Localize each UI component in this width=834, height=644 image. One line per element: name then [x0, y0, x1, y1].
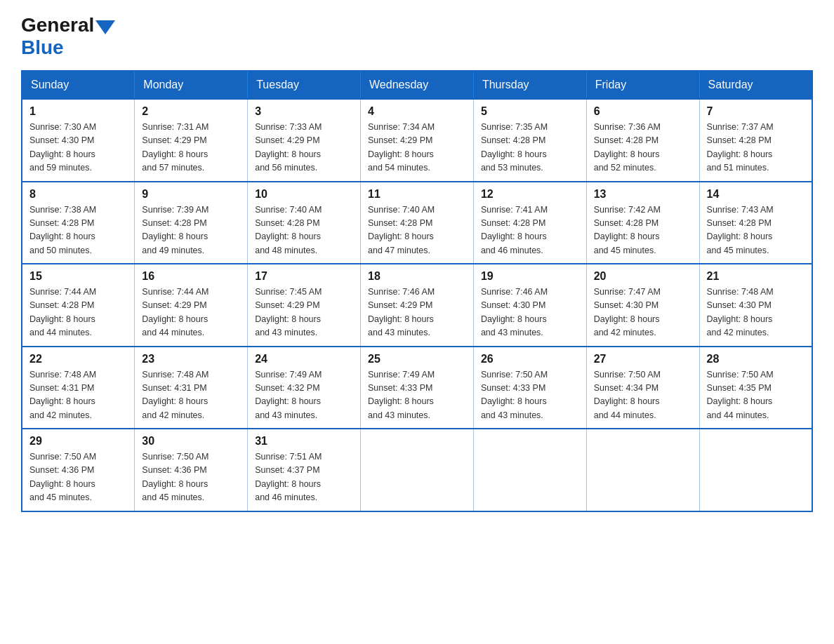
day-number: 31	[255, 435, 353, 448]
page-header: General Blue	[21, 14, 813, 59]
calendar-day-cell: 29 Sunrise: 7:50 AMSunset: 4:36 PMDaylig…	[22, 429, 135, 511]
day-info: Sunrise: 7:48 AMSunset: 4:30 PMDaylight:…	[707, 286, 805, 340]
day-number: 28	[707, 353, 805, 365]
day-info: Sunrise: 7:50 AMSunset: 4:34 PMDaylight:…	[594, 368, 692, 423]
calendar-day-cell	[361, 429, 474, 511]
calendar-day-cell: 28 Sunrise: 7:50 AMSunset: 4:35 PMDaylig…	[699, 347, 812, 429]
day-number: 18	[368, 270, 466, 283]
calendar-day-cell: 13 Sunrise: 7:42 AMSunset: 4:28 PMDaylig…	[586, 182, 699, 264]
day-number: 7	[707, 105, 805, 118]
day-number: 20	[594, 270, 692, 283]
calendar-week-row: 15 Sunrise: 7:44 AMSunset: 4:28 PMDaylig…	[22, 264, 812, 347]
day-of-week-header: Saturday	[699, 71, 812, 99]
day-info: Sunrise: 7:44 AMSunset: 4:28 PMDaylight:…	[29, 286, 127, 340]
logo-general-text: General	[21, 14, 94, 36]
day-of-week-header: Thursday	[473, 71, 586, 99]
day-info: Sunrise: 7:39 AMSunset: 4:28 PMDaylight:…	[142, 203, 240, 258]
day-number: 15	[29, 270, 127, 283]
calendar-day-cell: 4 Sunrise: 7:34 AMSunset: 4:29 PMDayligh…	[361, 99, 474, 182]
day-number: 3	[255, 105, 353, 118]
day-number: 26	[481, 353, 579, 365]
day-info: Sunrise: 7:50 AMSunset: 4:36 PMDaylight:…	[29, 450, 127, 505]
day-info: Sunrise: 7:35 AMSunset: 4:28 PMDaylight:…	[481, 121, 579, 175]
day-number: 9	[142, 188, 240, 201]
day-info: Sunrise: 7:47 AMSunset: 4:30 PMDaylight:…	[594, 286, 692, 340]
calendar-week-row: 1 Sunrise: 7:30 AMSunset: 4:30 PMDayligh…	[22, 99, 812, 182]
day-info: Sunrise: 7:36 AMSunset: 4:28 PMDaylight:…	[594, 121, 692, 175]
day-info: Sunrise: 7:33 AMSunset: 4:29 PMDaylight:…	[255, 121, 353, 175]
day-of-week-header: Friday	[586, 71, 699, 99]
calendar-day-cell: 22 Sunrise: 7:48 AMSunset: 4:31 PMDaylig…	[22, 347, 135, 429]
day-number: 16	[142, 270, 240, 283]
calendar-table: SundayMondayTuesdayWednesdayThursdayFrid…	[21, 70, 813, 512]
day-number: 22	[29, 353, 127, 365]
calendar-day-cell: 15 Sunrise: 7:44 AMSunset: 4:28 PMDaylig…	[22, 264, 135, 347]
day-info: Sunrise: 7:42 AMSunset: 4:28 PMDaylight:…	[594, 203, 692, 258]
day-number: 23	[142, 353, 240, 365]
day-info: Sunrise: 7:40 AMSunset: 4:28 PMDaylight:…	[255, 203, 353, 258]
day-info: Sunrise: 7:46 AMSunset: 4:30 PMDaylight:…	[481, 286, 579, 340]
calendar-day-cell: 30 Sunrise: 7:50 AMSunset: 4:36 PMDaylig…	[135, 429, 248, 511]
calendar-day-cell: 3 Sunrise: 7:33 AMSunset: 4:29 PMDayligh…	[248, 99, 361, 182]
calendar-day-cell: 5 Sunrise: 7:35 AMSunset: 4:28 PMDayligh…	[473, 99, 586, 182]
calendar-day-cell: 6 Sunrise: 7:36 AMSunset: 4:28 PMDayligh…	[586, 99, 699, 182]
calendar-day-cell: 2 Sunrise: 7:31 AMSunset: 4:29 PMDayligh…	[135, 99, 248, 182]
day-info: Sunrise: 7:49 AMSunset: 4:33 PMDaylight:…	[368, 368, 466, 423]
calendar-day-cell: 25 Sunrise: 7:49 AMSunset: 4:33 PMDaylig…	[361, 347, 474, 429]
day-number: 24	[255, 353, 353, 365]
day-info: Sunrise: 7:48 AMSunset: 4:31 PMDaylight:…	[142, 368, 240, 423]
calendar-header: SundayMondayTuesdayWednesdayThursdayFrid…	[22, 71, 812, 99]
calendar-day-cell: 1 Sunrise: 7:30 AMSunset: 4:30 PMDayligh…	[22, 99, 135, 182]
calendar-day-cell: 17 Sunrise: 7:45 AMSunset: 4:29 PMDaylig…	[248, 264, 361, 347]
calendar-day-cell: 12 Sunrise: 7:41 AMSunset: 4:28 PMDaylig…	[473, 182, 586, 264]
day-of-week-header: Sunday	[22, 71, 135, 99]
logo-triangle-icon	[95, 20, 115, 34]
calendar-day-cell: 23 Sunrise: 7:48 AMSunset: 4:31 PMDaylig…	[135, 347, 248, 429]
calendar-day-cell: 20 Sunrise: 7:47 AMSunset: 4:30 PMDaylig…	[586, 264, 699, 347]
calendar-day-cell: 26 Sunrise: 7:50 AMSunset: 4:33 PMDaylig…	[473, 347, 586, 429]
day-number: 30	[142, 435, 240, 448]
day-number: 6	[594, 105, 692, 118]
day-number: 17	[255, 270, 353, 283]
calendar-week-row: 8 Sunrise: 7:38 AMSunset: 4:28 PMDayligh…	[22, 182, 812, 264]
calendar-day-cell: 11 Sunrise: 7:40 AMSunset: 4:28 PMDaylig…	[361, 182, 474, 264]
day-info: Sunrise: 7:44 AMSunset: 4:29 PMDaylight:…	[142, 286, 240, 340]
day-info: Sunrise: 7:40 AMSunset: 4:28 PMDaylight:…	[368, 203, 466, 258]
day-number: 8	[29, 188, 127, 201]
day-info: Sunrise: 7:50 AMSunset: 4:33 PMDaylight:…	[481, 368, 579, 423]
day-info: Sunrise: 7:31 AMSunset: 4:29 PMDaylight:…	[142, 121, 240, 175]
day-number: 29	[29, 435, 127, 448]
calendar-day-cell	[586, 429, 699, 511]
day-info: Sunrise: 7:45 AMSunset: 4:29 PMDaylight:…	[255, 286, 353, 340]
day-of-week-header: Monday	[135, 71, 248, 99]
day-number: 21	[707, 270, 805, 283]
day-info: Sunrise: 7:48 AMSunset: 4:31 PMDaylight:…	[29, 368, 127, 423]
calendar-body: 1 Sunrise: 7:30 AMSunset: 4:30 PMDayligh…	[22, 99, 812, 511]
day-info: Sunrise: 7:41 AMSunset: 4:28 PMDaylight:…	[481, 203, 579, 258]
day-number: 2	[142, 105, 240, 118]
calendar-week-row: 29 Sunrise: 7:50 AMSunset: 4:36 PMDaylig…	[22, 429, 812, 511]
day-info: Sunrise: 7:37 AMSunset: 4:28 PMDaylight:…	[707, 121, 805, 175]
calendar-day-cell: 18 Sunrise: 7:46 AMSunset: 4:29 PMDaylig…	[361, 264, 474, 347]
calendar-day-cell: 16 Sunrise: 7:44 AMSunset: 4:29 PMDaylig…	[135, 264, 248, 347]
day-number: 19	[481, 270, 579, 283]
calendar-day-cell: 27 Sunrise: 7:50 AMSunset: 4:34 PMDaylig…	[586, 347, 699, 429]
day-number: 14	[707, 188, 805, 201]
calendar-day-cell: 19 Sunrise: 7:46 AMSunset: 4:30 PMDaylig…	[473, 264, 586, 347]
day-info: Sunrise: 7:49 AMSunset: 4:32 PMDaylight:…	[255, 368, 353, 423]
day-info: Sunrise: 7:30 AMSunset: 4:30 PMDaylight:…	[29, 121, 127, 175]
calendar-day-cell: 10 Sunrise: 7:40 AMSunset: 4:28 PMDaylig…	[248, 182, 361, 264]
calendar-day-cell	[699, 429, 812, 511]
day-of-week-header: Wednesday	[361, 71, 474, 99]
calendar-day-cell: 14 Sunrise: 7:43 AMSunset: 4:28 PMDaylig…	[699, 182, 812, 264]
calendar-day-cell: 24 Sunrise: 7:49 AMSunset: 4:32 PMDaylig…	[248, 347, 361, 429]
calendar-week-row: 22 Sunrise: 7:48 AMSunset: 4:31 PMDaylig…	[22, 347, 812, 429]
day-info: Sunrise: 7:51 AMSunset: 4:37 PMDaylight:…	[255, 450, 353, 505]
day-info: Sunrise: 7:38 AMSunset: 4:28 PMDaylight:…	[29, 203, 127, 258]
day-info: Sunrise: 7:50 AMSunset: 4:36 PMDaylight:…	[142, 450, 240, 505]
logo-blue-text: Blue	[21, 36, 64, 58]
day-number: 13	[594, 188, 692, 201]
calendar-day-cell: 8 Sunrise: 7:38 AMSunset: 4:28 PMDayligh…	[22, 182, 135, 264]
day-info: Sunrise: 7:50 AMSunset: 4:35 PMDaylight:…	[707, 368, 805, 423]
calendar-day-cell: 31 Sunrise: 7:51 AMSunset: 4:37 PMDaylig…	[248, 429, 361, 511]
